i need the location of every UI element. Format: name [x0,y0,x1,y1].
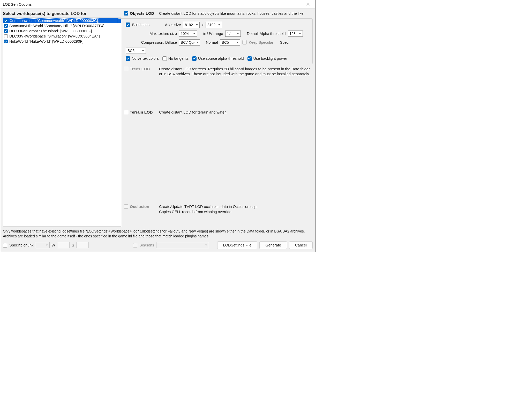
objects-lod-desc: Create distant LOD for static objects li… [159,11,313,16]
content-area: Select worldspace(s) to generate LOD for… [0,9,315,252]
normal-combo[interactable]: BC5 [220,39,240,46]
worldspace-item-label: SanctuaryHillsWorld "Sanctuary Hills" [W… [9,24,105,28]
terrain-lod-title: Terrain LOD [130,110,153,115]
worldspace-item-label: Commonwealth "Commonwealth" [WRLD:000000… [9,18,99,23]
max-texture-label: Max texture size [148,32,177,36]
specific-chunk-label: Specific chunk [9,243,34,247]
normal-label: Normal [206,40,218,44]
worldspace-item[interactable]: SanctuaryHillsWorld "Sanctuary Hills" [W… [3,23,121,28]
terrain-section: Terrain LOD Create distant LOD for terra… [124,110,313,115]
bottom-bar: Specific chunk W S Seasons LODSettings F… [3,241,313,249]
worldspace-item[interactable]: NukaWorld "Nuka-World" [WRLD:0600290F] [3,39,121,44]
no-vertex-colors-checkbox[interactable] [126,56,130,61]
use-source-alpha-label: Use source alpha threshold [198,56,244,61]
w-label: W [52,243,55,247]
objects-section: Objects LOD Create distant LOD for stati… [124,11,313,16]
worldspace-item-checkbox[interactable] [4,34,8,38]
objects-lod-title: Objects LOD [130,11,154,16]
titlebar: LODGen Options [0,0,315,9]
worldspace-item-label: DLC03FarHarbor "The Island" [WRLD:03000B… [9,29,92,33]
worldspace-item-label: NukaWorld "Nuka-World" [WRLD:0600290F] [9,39,84,43]
spec-combo[interactable]: BC5 [126,48,146,54]
atlas-width-combo[interactable]: 8192 [183,22,200,28]
atlas-size-label: Atlas size [163,23,181,27]
occlusion-title: Occlusion [130,204,149,209]
use-backlight-label: Use backlight power [253,56,287,61]
build-atlas-label: Build atlas [132,23,149,27]
no-vertex-colors-label: No vertex colors [132,56,159,61]
objects-lod-checkbox[interactable] [124,11,128,16]
cancel-button[interactable]: Cancel [289,241,313,249]
right-column: Objects LOD Create distant LOD for stati… [124,11,313,227]
trees-lod-title: Trees LOD [130,67,150,71]
specific-chunk-combo [36,242,50,248]
worldspace-item-checkbox[interactable] [4,19,8,22]
atlas-x-label: x [202,23,204,27]
generate-button[interactable]: Generate [259,241,287,249]
compression-label: Compression: Diffuse [139,40,177,44]
spec-label: Spec [280,40,289,44]
occlusion-checkbox [124,204,128,209]
w-input [57,242,70,248]
uv-range-combo[interactable]: 1.1 [225,31,241,37]
keep-specular-checkbox [242,40,247,44]
worldspace-heading: Select worldspace(s) to generate LOD for [3,11,121,16]
keep-specular-label: Keep Specular [249,40,273,44]
max-texture-combo[interactable]: 1024 [179,31,197,37]
terrain-lod-checkbox[interactable] [124,110,128,114]
lodgen-window: LODGen Options Select worldspace(s) to g… [0,0,315,252]
occlusion-section: Occlusion Create/Update TVDT LOD occlusi… [124,204,313,214]
close-icon [306,3,310,6]
worldspace-item-checkbox[interactable] [4,24,8,28]
seasons-checkbox [133,243,137,248]
worldspace-item[interactable]: Commonwealth "Commonwealth" [WRLD:000000… [3,18,121,23]
no-tangents-checkbox[interactable] [162,56,167,61]
worldspace-item-label: DLC03VRWorldspace "Simulation" [WRLD:030… [9,34,100,38]
worldspace-item[interactable]: DLC03FarHarbor "The Island" [WRLD:03000B… [3,28,121,34]
left-column: Select worldspace(s) to generate LOD for… [3,11,121,227]
seasons-combo [156,242,209,248]
no-tangents-label: No tangents [168,56,189,61]
window-title: LODGen Options [3,2,32,6]
footnote-text: Only worldspaces that have existing lods… [3,229,313,239]
trees-lod-desc: Create distant LOD for trees. Requires 2… [159,67,313,77]
close-button[interactable] [303,1,313,8]
occlusion-desc: Create/Update TVDT LOD occlusion data in… [159,204,313,214]
specific-chunk-checkbox[interactable] [3,243,7,248]
s-input [76,242,89,248]
worldspace-item-checkbox[interactable] [4,40,8,43]
terrain-lod-desc: Create distant LOD for terrain and water… [159,110,313,115]
worldspace-item-checkbox[interactable] [4,29,8,33]
diffuse-combo[interactable]: BC7 Quick [179,39,200,46]
alpha-thresh-combo[interactable]: 128 [288,31,303,37]
trees-lod-checkbox [124,67,128,71]
trees-section: Trees LOD Create distant LOD for trees. … [124,67,313,77]
worldspace-item[interactable]: DLC03VRWorldspace "Simulation" [WRLD:030… [3,34,121,39]
atlas-height-combo[interactable]: 8192 [206,22,222,28]
lodsettings-button[interactable]: LODSettings File [217,241,258,249]
alpha-thresh-label: Default Alpha threshold [247,32,286,36]
use-source-alpha-checkbox[interactable] [192,56,197,61]
objects-group: Build atlas Atlas size 8192 x 8192 Max t… [118,18,313,64]
worldspace-list[interactable]: Commonwealth "Commonwealth" [WRLD:000000… [3,18,121,227]
uv-range-label: in UV range [203,32,223,36]
build-atlas-checkbox[interactable] [126,22,130,27]
use-backlight-checkbox[interactable] [247,56,252,61]
seasons-label: Seasons [139,243,154,247]
s-label: S [72,243,74,247]
